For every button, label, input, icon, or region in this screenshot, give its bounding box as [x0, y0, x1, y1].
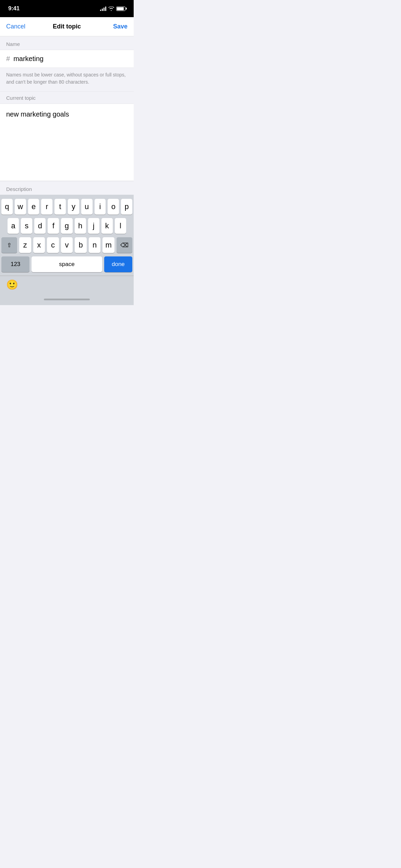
- save-button[interactable]: Save: [104, 23, 127, 30]
- hash-symbol: #: [6, 55, 10, 63]
- key-t[interactable]: t: [54, 199, 66, 215]
- keyboard-row-2: a s d f g h j k l: [1, 218, 132, 234]
- key-a[interactable]: a: [8, 218, 19, 234]
- key-r[interactable]: r: [41, 199, 52, 215]
- status-time: 9:41: [8, 5, 20, 12]
- key-j[interactable]: j: [88, 218, 99, 234]
- hint-text: Names must be lower case, without spaces…: [0, 68, 134, 91]
- key-v[interactable]: v: [61, 237, 73, 253]
- key-i[interactable]: i: [95, 199, 106, 215]
- status-icons: [100, 6, 125, 11]
- name-section-label: Name: [0, 36, 134, 50]
- key-z[interactable]: z: [19, 237, 31, 253]
- key-g[interactable]: g: [61, 218, 72, 234]
- status-bar: 9:41: [0, 0, 134, 17]
- key-b[interactable]: b: [75, 237, 87, 253]
- key-y[interactable]: y: [68, 199, 79, 215]
- key-u[interactable]: u: [81, 199, 93, 215]
- done-key[interactable]: done: [104, 256, 132, 272]
- key-c[interactable]: c: [47, 237, 59, 253]
- key-d[interactable]: d: [34, 218, 46, 234]
- emoji-icon[interactable]: 🙂: [6, 279, 18, 290]
- current-topic-label: Current topic: [0, 91, 134, 104]
- key-k[interactable]: k: [101, 218, 113, 234]
- cancel-button[interactable]: Cancel: [6, 23, 30, 30]
- keyboard-row-3: ⇧ z x c v b n m ⌫: [1, 237, 132, 253]
- keyboard-row-1: q w e r t y u i o p: [1, 199, 132, 215]
- signal-icon: [100, 6, 106, 11]
- key-o[interactable]: o: [108, 199, 119, 215]
- key-x[interactable]: x: [33, 237, 45, 253]
- topic-textarea[interactable]: new marketing goals: [0, 104, 134, 179]
- shift-key[interactable]: ⇧: [1, 237, 17, 253]
- page-title: Edit topic: [53, 23, 81, 30]
- emoji-bar: 🙂: [0, 276, 134, 293]
- topic-textarea-wrapper: new marketing goals: [0, 104, 134, 181]
- space-key[interactable]: space: [32, 256, 102, 272]
- description-label: Description: [0, 181, 134, 195]
- key-p[interactable]: p: [121, 199, 132, 215]
- home-indicator: [0, 293, 134, 305]
- key-w[interactable]: w: [15, 199, 26, 215]
- key-m[interactable]: m: [102, 237, 114, 253]
- key-e[interactable]: e: [28, 199, 39, 215]
- key-n[interactable]: n: [89, 237, 101, 253]
- battery-icon: [116, 7, 125, 11]
- key-h[interactable]: h: [75, 218, 86, 234]
- key-l[interactable]: l: [115, 218, 126, 234]
- key-q[interactable]: q: [1, 199, 13, 215]
- home-indicator-bar: [44, 299, 90, 300]
- wifi-icon: [108, 7, 114, 11]
- nav-bar: Cancel Edit topic Save: [0, 17, 134, 36]
- keyboard-bottom-row: 123 space done: [1, 256, 132, 272]
- name-input[interactable]: [13, 55, 127, 63]
- name-row: #: [0, 50, 134, 68]
- keyboard: q w e r t y u i o p a s d f g h j k l ⇧ …: [0, 195, 134, 276]
- key-s[interactable]: s: [21, 218, 32, 234]
- numbers-key[interactable]: 123: [1, 256, 29, 272]
- backspace-key[interactable]: ⌫: [117, 237, 132, 253]
- key-f[interactable]: f: [48, 218, 59, 234]
